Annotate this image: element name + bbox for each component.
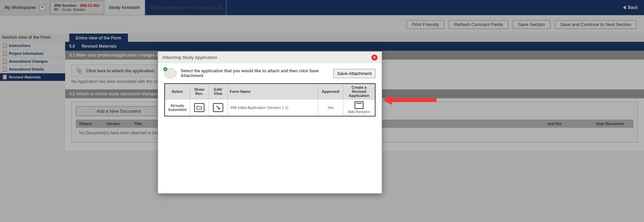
approved-cell: Yes: [318, 99, 343, 116]
applications-table: Select Show Rev. Edit/ View Form Name Ap…: [164, 83, 375, 116]
select-cell: Already Submitted: [165, 99, 190, 116]
add-revision-label: Add Revision: [348, 110, 370, 114]
show-rev-cell[interactable]: [190, 99, 209, 116]
col-show-rev: Show Rev.: [190, 84, 209, 99]
create-revised-cell[interactable]: Add Revision: [343, 99, 375, 116]
folder-icon: [194, 103, 204, 112]
col-create-revised: Create a Revised Application: [343, 84, 375, 99]
col-select: Select: [165, 84, 190, 99]
add-revision-icon: [355, 101, 363, 109]
modal-title-label: Attaching Study Application: [162, 55, 217, 60]
save-attachment-button[interactable]: Save Attachment: [333, 69, 375, 78]
col-approved: Approved: [318, 84, 343, 99]
col-form-name: Form Name: [228, 84, 318, 99]
attaching-study-application-modal: Attaching Study Application × Select the…: [158, 51, 382, 194]
edit-view-cell[interactable]: [209, 99, 228, 116]
form-name-cell: IRB Initial Application (Version 1.1): [228, 99, 318, 116]
speech-bubble-icon: [164, 68, 177, 78]
col-edit-view: Edit/ View: [209, 84, 228, 99]
pencil-icon: [213, 103, 223, 112]
modal-instruction-text: Select the application that you would li…: [181, 69, 329, 78]
close-icon[interactable]: ×: [371, 54, 378, 61]
add-revision-button[interactable]: Add Revision: [346, 101, 372, 114]
table-row: Already Submitted IRB Initial Applicatio…: [165, 99, 375, 116]
